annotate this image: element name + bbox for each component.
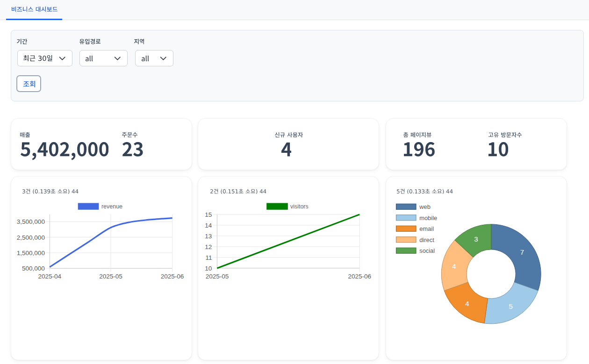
svg-text:3: 3 xyxy=(474,235,478,243)
svg-text:7: 7 xyxy=(520,248,524,256)
svg-text:2025-05: 2025-05 xyxy=(99,273,122,280)
svg-text:4: 4 xyxy=(465,300,469,307)
svg-text:11: 11 xyxy=(205,254,212,261)
svg-text:2025-06: 2025-06 xyxy=(348,273,371,280)
svg-text:2025-04: 2025-04 xyxy=(38,273,62,280)
svg-text:web: web xyxy=(419,203,431,210)
svg-text:10: 10 xyxy=(205,265,212,272)
svg-text:5: 5 xyxy=(509,302,513,310)
svg-text:visitors: visitors xyxy=(290,203,309,210)
svg-text:2025-06: 2025-06 xyxy=(161,273,184,280)
svg-text:1,500,000: 1,500,000 xyxy=(17,250,45,257)
svg-text:social: social xyxy=(419,247,435,254)
svg-text:3,500,000: 3,500,000 xyxy=(17,218,45,225)
svg-text:500,000: 500,000 xyxy=(22,265,45,272)
svg-text:email: email xyxy=(419,225,434,232)
svg-text:direct: direct xyxy=(419,236,434,243)
svg-text:4: 4 xyxy=(452,262,456,270)
svg-text:13: 13 xyxy=(205,233,212,240)
svg-text:2,500,000: 2,500,000 xyxy=(17,234,45,241)
svg-text:14: 14 xyxy=(205,222,212,229)
svg-text:mobile: mobile xyxy=(419,214,437,221)
svg-text:12: 12 xyxy=(205,243,212,250)
svg-text:2025-05: 2025-05 xyxy=(206,273,229,280)
svg-text:15: 15 xyxy=(205,211,212,218)
svg-text:revenue: revenue xyxy=(101,203,122,210)
